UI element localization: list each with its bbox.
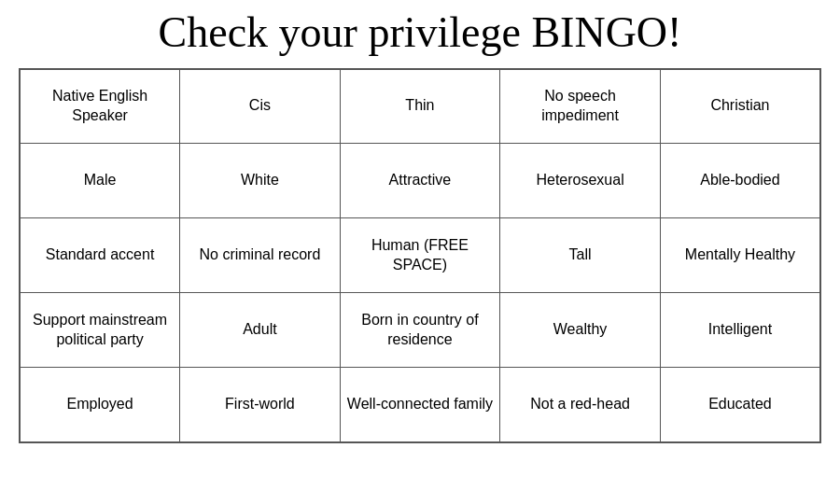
cell-r4-c4[interactable]: Educated [660, 368, 820, 442]
cell-r3-c2[interactable]: Born in country of residence [340, 293, 500, 368]
cell-r0-c4[interactable]: Christian [660, 69, 820, 144]
cell-r3-c4[interactable]: Intelligent [660, 293, 820, 368]
cell-r3-c0[interactable]: Support mainstream political party [20, 293, 180, 368]
cell-r2-c1[interactable]: No criminal record [180, 218, 341, 293]
cell-r1-c2[interactable]: Attractive [340, 144, 500, 218]
cell-r2-c0[interactable]: Standard accent [20, 218, 180, 293]
cell-r4-c0[interactable]: Employed [20, 368, 180, 442]
cell-r1-c4[interactable]: Able-bodied [660, 144, 820, 218]
cell-r2-c2[interactable]: Human (FREE SPACE) [340, 218, 500, 293]
cell-r2-c3[interactable]: Tall [500, 218, 661, 293]
cell-r1-c1[interactable]: White [180, 144, 341, 218]
cell-r1-c3[interactable]: Heterosexual [500, 144, 661, 218]
bingo-table: Native English SpeakerCisThinNo speech i… [19, 68, 821, 443]
cell-r4-c3[interactable]: Not a red-head [500, 368, 661, 442]
cell-r2-c4[interactable]: Mentally Healthy [660, 218, 820, 293]
cell-r1-c0[interactable]: Male [20, 144, 180, 218]
page-title: Check your privilege BINGO! [159, 9, 682, 57]
cell-r0-c2[interactable]: Thin [340, 69, 500, 144]
table-row: Support mainstream political partyAdultB… [20, 293, 820, 368]
table-row: Native English SpeakerCisThinNo speech i… [20, 69, 820, 144]
cell-r0-c0[interactable]: Native English Speaker [20, 69, 180, 144]
table-row: EmployedFirst-worldWell-connected family… [20, 368, 820, 442]
cell-r3-c3[interactable]: Wealthy [500, 293, 661, 368]
cell-r3-c1[interactable]: Adult [180, 293, 341, 368]
cell-r0-c1[interactable]: Cis [180, 69, 341, 144]
table-row: MaleWhiteAttractiveHeterosexualAble-bodi… [20, 144, 820, 218]
cell-r4-c2[interactable]: Well-connected family [340, 368, 500, 442]
cell-r4-c1[interactable]: First-world [180, 368, 341, 442]
table-row: Standard accentNo criminal recordHuman (… [20, 218, 820, 293]
cell-r0-c3[interactable]: No speech impediment [500, 69, 661, 144]
